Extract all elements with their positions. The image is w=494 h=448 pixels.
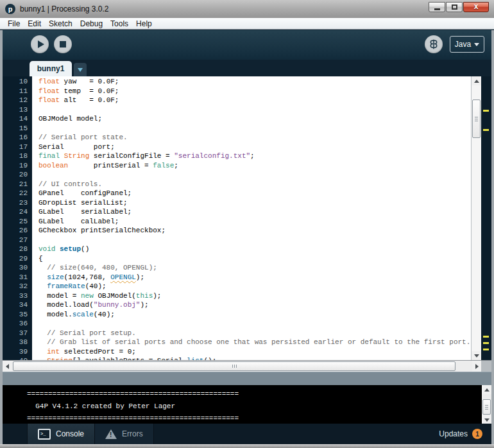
console-scroll-thumb[interactable] bbox=[482, 399, 491, 415]
code-line-18[interactable]: final String serialConfigFile = "serialc… bbox=[38, 151, 471, 161]
run-button[interactable] bbox=[31, 35, 49, 53]
warning-marker[interactable] bbox=[483, 129, 489, 131]
menu-item-file[interactable]: File bbox=[4, 19, 24, 28]
horizontal-scroll-thumb[interactable] bbox=[13, 361, 456, 371]
line-number: 13 bbox=[3, 105, 28, 115]
code-line-37[interactable]: // Serial port setup. bbox=[38, 329, 471, 338]
code-line-26[interactable]: GCheckbox printSerialCheckbox; bbox=[38, 226, 471, 236]
processing-window: bunny1 | Processing 3.0.2 FileEditSketch… bbox=[0, 0, 494, 448]
gutter: 1011121314151617181920212223242526272829… bbox=[3, 76, 32, 360]
close-button[interactable] bbox=[463, 2, 489, 12]
code-line-11[interactable]: float temp = 0.0F; bbox=[38, 87, 471, 96]
warning-marker[interactable] bbox=[483, 342, 489, 344]
code-line-29[interactable]: { bbox=[38, 254, 471, 264]
horizontal-scroll-track[interactable] bbox=[12, 361, 472, 372]
minimize-button[interactable] bbox=[429, 2, 445, 12]
code-line-21[interactable]: // UI controls. bbox=[38, 180, 471, 189]
code-line-12[interactable]: float alt = 0.0F; bbox=[38, 96, 471, 105]
updates-link[interactable]: Updates 1 bbox=[439, 424, 491, 444]
arrow-up-icon bbox=[474, 80, 479, 83]
code-line-16[interactable]: // Serial port state. bbox=[38, 133, 471, 142]
console-scroll-down-button[interactable] bbox=[482, 415, 491, 424]
editor-vertical-scrollbar[interactable] bbox=[471, 76, 481, 360]
warning-marker[interactable] bbox=[483, 110, 489, 112]
mode-selector-java[interactable]: Java bbox=[450, 36, 484, 53]
editor-horizontal-scrollbar[interactable] bbox=[3, 360, 491, 372]
line-number: 19 bbox=[3, 161, 28, 171]
tab-errors[interactable]: Errors bbox=[95, 424, 154, 444]
tab-menu-button[interactable] bbox=[74, 63, 87, 76]
scroll-up-button[interactable] bbox=[472, 76, 481, 85]
tab-bunny1[interactable]: bunny1 bbox=[30, 61, 72, 76]
code-line-35[interactable]: model.scale(40); bbox=[38, 310, 471, 320]
footer-bar: Console Errors Updates 1 bbox=[3, 424, 491, 444]
menu-items: FileEditSketchDebugToolsHelp bbox=[4, 17, 156, 30]
menu-item-tools[interactable]: Tools bbox=[106, 19, 132, 28]
main-area: Java bunny1 1011121314151617181920212223… bbox=[0, 30, 494, 444]
line-number: 36 bbox=[3, 319, 28, 329]
title-bar[interactable]: bunny1 | Processing 3.0.2 bbox=[0, 0, 494, 18]
code-lines[interactable]: float yaw = 0.0F;float temp = 0.0F;float… bbox=[32, 76, 471, 360]
warning-strip bbox=[481, 76, 491, 360]
stop-icon bbox=[60, 41, 66, 47]
warning-marker[interactable] bbox=[483, 349, 489, 350]
console-scrollbar[interactable] bbox=[482, 385, 491, 424]
code-line-23[interactable]: GDropList serialList; bbox=[38, 198, 471, 208]
console-scroll-up-button[interactable] bbox=[482, 385, 491, 394]
updates-count-badge: 1 bbox=[472, 429, 482, 439]
code-line-36[interactable] bbox=[38, 319, 471, 329]
console-panel: ========================================… bbox=[3, 385, 491, 424]
vertical-scroll-thumb[interactable] bbox=[472, 99, 481, 138]
arrow-down-icon bbox=[484, 418, 490, 422]
line-number: 39 bbox=[3, 347, 28, 357]
code-line-24[interactable]: GLabel serialLabel; bbox=[38, 207, 471, 217]
warning-marker[interactable] bbox=[483, 336, 489, 338]
menu-item-edit[interactable]: Edit bbox=[24, 19, 45, 28]
line-number: 38 bbox=[3, 338, 28, 347]
maximize-button[interactable] bbox=[446, 2, 463, 12]
code-line-34[interactable]: model.load("bunny.obj"); bbox=[38, 300, 471, 310]
debug-button[interactable] bbox=[425, 35, 443, 53]
code-line-10[interactable]: float yaw = 0.0F; bbox=[38, 77, 471, 87]
code-line-38[interactable]: // Grab list of serial ports and choose … bbox=[38, 338, 471, 347]
window-title: bunny1 | Processing 3.0.2 bbox=[20, 4, 109, 13]
code-line-27[interactable] bbox=[38, 236, 471, 245]
code-line-28[interactable]: void setup() bbox=[38, 245, 471, 254]
menu-item-debug[interactable]: Debug bbox=[76, 19, 106, 28]
code-line-33[interactable]: model = new OBJModel(this); bbox=[38, 291, 471, 301]
line-number: 24 bbox=[3, 207, 28, 217]
code-line-15[interactable] bbox=[38, 124, 471, 134]
line-number: 31 bbox=[3, 273, 28, 282]
code-line-22[interactable]: GPanel configPanel; bbox=[38, 189, 471, 198]
scroll-left-button[interactable] bbox=[3, 361, 12, 372]
code-line-30[interactable]: // size(640, 480, OPENGL); bbox=[38, 263, 471, 273]
butterfly-debug-icon bbox=[428, 39, 439, 50]
code-line-25[interactable]: GLabel calLabel; bbox=[38, 217, 471, 227]
code-line-17[interactable]: Serial port; bbox=[38, 142, 471, 152]
menu-item-sketch[interactable]: Sketch bbox=[45, 19, 76, 28]
updates-label: Updates bbox=[439, 429, 468, 438]
line-number: 25 bbox=[3, 217, 28, 227]
code-line-13[interactable] bbox=[38, 105, 471, 115]
code-line-20[interactable] bbox=[38, 170, 471, 180]
arrow-left-icon bbox=[6, 364, 9, 369]
code-line-31[interactable]: size(1024,768, OPENGL); bbox=[38, 273, 471, 282]
caret-down-icon bbox=[78, 68, 83, 72]
message-band bbox=[3, 372, 491, 386]
menu-item-help[interactable]: Help bbox=[132, 19, 156, 28]
code-line-39[interactable]: int selectedPort = 0; bbox=[38, 347, 471, 357]
line-number: 32 bbox=[3, 282, 28, 291]
stop-button[interactable] bbox=[54, 35, 72, 53]
line-number: 18 bbox=[3, 151, 28, 161]
scrollbar-corner bbox=[481, 361, 491, 372]
code-line-32[interactable]: frameRate(40); bbox=[38, 282, 471, 291]
line-number: 34 bbox=[3, 300, 28, 310]
scroll-right-button[interactable] bbox=[472, 361, 481, 372]
scroll-down-button[interactable] bbox=[472, 351, 481, 360]
tab-console[interactable]: Console bbox=[27, 424, 95, 444]
console-output[interactable]: ========================================… bbox=[3, 385, 482, 424]
code-editor: 1011121314151617181920212223242526272829… bbox=[3, 76, 491, 360]
code-line-14[interactable]: OBJModel model; bbox=[38, 114, 471, 124]
code-line-19[interactable]: boolean printSerial = false; bbox=[38, 161, 471, 171]
terminal-icon bbox=[38, 429, 51, 440]
